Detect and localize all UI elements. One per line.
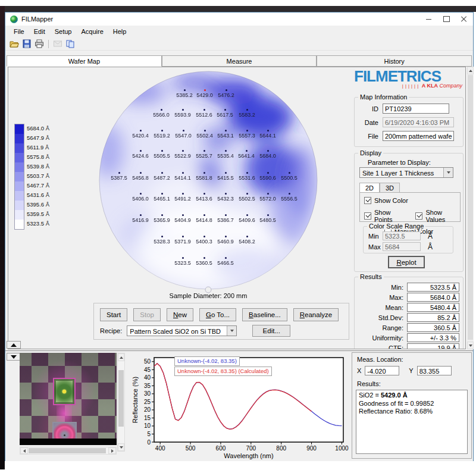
print-icon[interactable]: [35, 39, 44, 48]
tab-wafer-map[interactable]: Wafer Map: [7, 55, 162, 67]
site-dot[interactable]: [246, 236, 248, 237]
scroll-left-icon[interactable]: [20, 447, 28, 454]
site-dot[interactable]: [225, 150, 227, 152]
site-dot[interactable]: [289, 193, 290, 195]
recipe-select[interactable]: Pattern Scaled SiO2 on Si TBD: [127, 325, 237, 336]
chevron-down-icon[interactable]: [443, 168, 453, 177]
site-dot[interactable]: [225, 130, 227, 131]
camera-view[interactable]: [20, 353, 117, 445]
site-dot[interactable]: [204, 130, 206, 131]
site-dot[interactable]: [203, 193, 205, 195]
site-dot[interactable]: [182, 172, 184, 174]
site-dot[interactable]: [118, 172, 120, 174]
site-dot[interactable]: [140, 193, 142, 195]
tab-history[interactable]: History: [317, 55, 472, 67]
site-dot[interactable]: [203, 172, 205, 174]
menu-edit[interactable]: Edit: [29, 27, 50, 36]
open-icon[interactable]: [10, 39, 19, 48]
scroll-up-icon[interactable]: [467, 67, 474, 74]
replot-button[interactable]: Replot: [388, 256, 425, 268]
meas-y-field[interactable]: 83.355: [417, 366, 452, 375]
site-dot[interactable]: [161, 172, 163, 174]
site-dot[interactable]: [289, 172, 290, 174]
site-dot[interactable]: [140, 130, 142, 131]
site-dot[interactable]: [183, 130, 184, 131]
reanalyze-button[interactable]: Reanalyze: [293, 308, 339, 321]
main-panel-scrollbar[interactable]: [467, 67, 474, 349]
site-dot[interactable]: [203, 109, 205, 111]
scroll-right-icon[interactable]: [108, 447, 116, 454]
map-id-field[interactable]: PT10239: [383, 104, 449, 114]
edit-recipe-button[interactable]: Edit...: [252, 325, 290, 337]
scroll-down-icon[interactable]: [467, 342, 474, 349]
site-dot[interactable]: [161, 214, 163, 216]
site-dot[interactable]: [267, 214, 269, 216]
site-dot[interactable]: [161, 109, 162, 111]
site-dot[interactable]: [224, 109, 226, 111]
menu-setup[interactable]: Setup: [50, 27, 77, 36]
site-dot[interactable]: [246, 109, 248, 111]
site-dot[interactable]: [225, 172, 227, 174]
site-dot[interactable]: [161, 150, 163, 152]
collapse-bottom-button[interactable]: [7, 353, 21, 361]
save-icon[interactable]: [22, 39, 32, 48]
site-dot[interactable]: [246, 130, 248, 131]
site-dot[interactable]: [267, 193, 269, 195]
camera-horizontal-scrollbar[interactable]: [20, 447, 117, 455]
reflectance-chart[interactable]: 0510152025303540455040050060070080090010…: [130, 352, 349, 461]
site-dot[interactable]: [140, 150, 142, 152]
site-dot[interactable]: [246, 214, 248, 216]
range-max-field[interactable]: 5684: [383, 242, 421, 251]
site-dot[interactable]: [246, 172, 248, 174]
site-dot[interactable]: [182, 109, 184, 111]
scroll-up-icon[interactable]: [118, 353, 124, 361]
site-dot[interactable]: [203, 150, 205, 152]
new-button[interactable]: New: [167, 308, 193, 321]
site-dot[interactable]: [182, 236, 184, 237]
site-dot[interactable]: [203, 257, 205, 259]
site-dot[interactable]: [161, 236, 163, 237]
site-dot[interactable]: [182, 257, 184, 259]
title-bar[interactable]: FILMapper: [5, 12, 473, 26]
show-color-checkbox[interactable]: [364, 197, 371, 204]
tab-measure[interactable]: Measure: [162, 55, 317, 67]
site-dot[interactable]: [182, 214, 184, 216]
minimize-button[interactable]: [419, 12, 437, 26]
menu-help[interactable]: Help: [108, 27, 131, 36]
meas-x-field[interactable]: -4.020: [365, 366, 399, 375]
site-dot[interactable]: [267, 130, 269, 131]
menu-acquire[interactable]: Acquire: [76, 27, 108, 36]
scroll-down-icon[interactable]: [118, 443, 124, 451]
site-dot[interactable]: [203, 236, 205, 237]
site-dot[interactable]: [246, 150, 248, 152]
range-min-field[interactable]: 5323.5: [383, 231, 421, 240]
site-dot[interactable]: [184, 89, 186, 91]
site-dot[interactable]: [140, 214, 142, 216]
go-to-button[interactable]: Go To...: [199, 308, 236, 321]
selected-site-dot[interactable]: [204, 89, 206, 91]
show-points-checkbox[interactable]: [364, 212, 371, 220]
site-dot[interactable]: [225, 193, 227, 195]
map-file-field[interactable]: 200mm patterned wafe: [383, 131, 454, 141]
wafer-map[interactable]: 5385.25429.05476.25566.05593.95512.65617…: [98, 68, 319, 293]
copy-icon[interactable]: [65, 39, 75, 48]
site-dot[interactable]: [182, 193, 184, 195]
site-dot[interactable]: [225, 257, 227, 259]
site-dot[interactable]: [225, 214, 227, 216]
collapse-top-button[interactable]: [7, 341, 21, 349]
site-dot[interactable]: [225, 236, 227, 237]
menu-file[interactable]: File: [9, 27, 29, 36]
start-button[interactable]: Start: [100, 308, 127, 321]
site-dot[interactable]: [140, 172, 142, 174]
parameter-select[interactable]: Site 1 Layer 1 Thickness: [359, 167, 453, 178]
camera-vertical-scrollbar[interactable]: [117, 353, 125, 452]
show-values-checkbox[interactable]: [415, 212, 422, 220]
site-dot[interactable]: [161, 193, 163, 195]
site-dot[interactable]: [226, 89, 227, 91]
close-button[interactable]: [455, 12, 473, 26]
baseline-button[interactable]: Baseline...: [242, 308, 287, 321]
site-dot[interactable]: [267, 150, 269, 152]
site-dot[interactable]: [267, 172, 269, 174]
maximize-button[interactable]: [437, 12, 455, 26]
site-dot[interactable]: [161, 130, 163, 131]
